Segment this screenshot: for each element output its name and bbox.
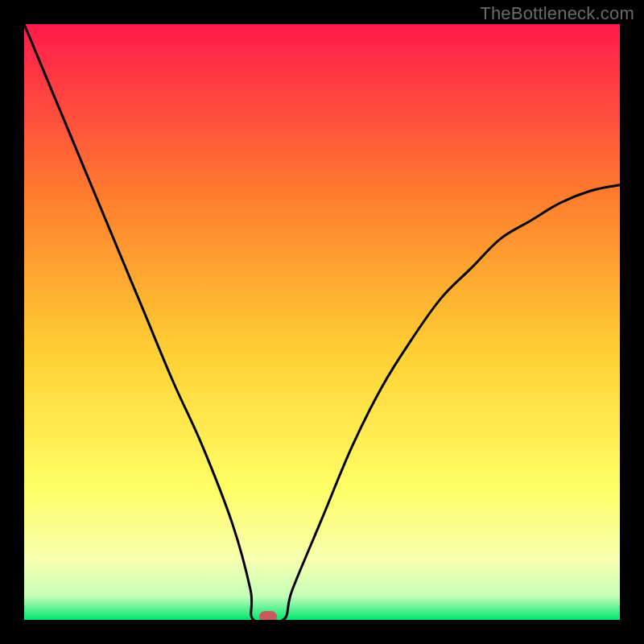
- gradient-background: [24, 24, 620, 620]
- plot-svg: [24, 24, 620, 620]
- watermark-text: TheBottleneck.com: [480, 3, 634, 24]
- plot-area: [24, 24, 620, 620]
- chart-frame: TheBottleneck.com: [0, 0, 644, 644]
- bottleneck-marker: [259, 611, 277, 620]
